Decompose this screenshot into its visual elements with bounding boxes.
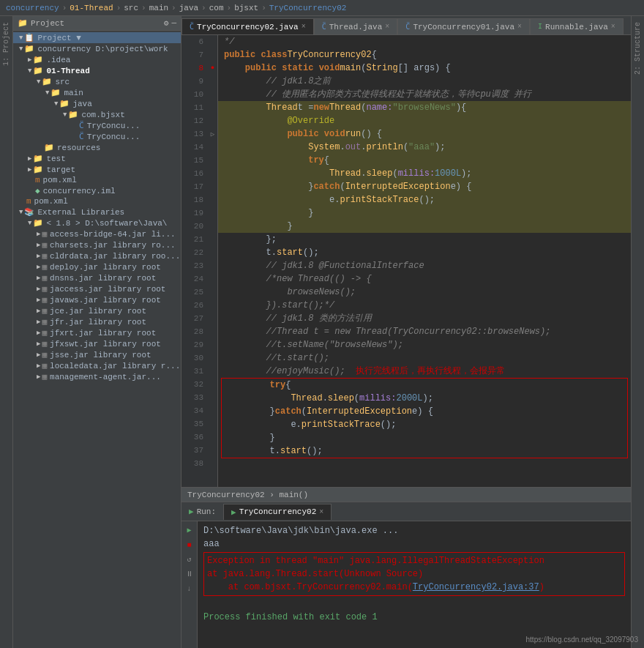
- line-num-32: 32: [181, 378, 208, 391]
- run-rerun-button[interactable]: ↺: [184, 554, 195, 565]
- code-line-24: /*new Thread(() -> {: [218, 272, 631, 286]
- status-right: main(): [279, 491, 308, 499]
- jar-icon: ▦: [42, 273, 47, 283]
- arrow-icon: [54, 100, 58, 108]
- arrow-icon: [37, 373, 40, 381]
- close-icon[interactable]: ×: [385, 23, 389, 31]
- project-tab[interactable]: 1: Project: [1, 19, 12, 69]
- breadcrumb-com: com: [209, 4, 224, 12]
- folder-icon-orange: 📁: [33, 165, 43, 174]
- tree-item-combjsxt[interactable]: 📁 com.bjsxt: [13, 109, 181, 120]
- tree-item-jar-mgmt[interactable]: ▦ management-agent.jar...: [13, 371, 181, 382]
- tree-item-idea[interactable]: 📁 .idea: [13, 54, 181, 65]
- java-file-icon: C̈: [79, 132, 84, 141]
- tree-item-target[interactable]: 📁 target: [13, 164, 181, 175]
- tree-item-jar-jfr[interactable]: ▦ jfr.jar library root: [13, 316, 181, 327]
- tab-thread[interactable]: C̈ Thread.java ×: [314, 18, 398, 34]
- folder-icon: 📁: [33, 55, 43, 64]
- folder-icon: 📁: [68, 110, 78, 119]
- gear-icon[interactable]: ⚙: [164, 18, 169, 28]
- error-link[interactable]: TryConcurrency02.java:37: [413, 582, 539, 592]
- arrow-icon: [28, 56, 31, 64]
- line-num-10: 10: [181, 88, 208, 101]
- tree-item-extlibs[interactable]: 📚 External Libraries: [13, 206, 181, 217]
- jar-icon: ▦: [42, 251, 47, 261]
- gutter: ● ▷: [208, 35, 218, 487]
- iml-icon: ◆: [35, 186, 40, 195]
- code-line-30: //t.start();: [218, 351, 631, 365]
- tree-item-jar-access[interactable]: ▦ access-bridge-64.jar li...: [13, 228, 181, 239]
- tree-item-jar-deploy[interactable]: ▦ deploy.jar library root: [13, 261, 181, 272]
- tree-item-jar-cldr[interactable]: ▦ cldrdata.jar library roo...: [13, 250, 181, 261]
- arrow-icon: [45, 89, 49, 97]
- tree-item-jar-charsets[interactable]: ▦ charsets.jar library ro...: [13, 239, 181, 250]
- tree-item-pom[interactable]: m pom.xml: [13, 196, 181, 206]
- tree-item-jar-dnsns[interactable]: ▦ dnsns.jar library root: [13, 272, 181, 283]
- java-icon: C̈: [322, 23, 326, 31]
- tree-item-01thread[interactable]: 📁 01-Thread: [13, 65, 181, 76]
- tree-item-tryconcurrency01[interactable]: C̈ TryConcu...: [13, 131, 181, 142]
- jar-icon: ▦: [42, 284, 47, 294]
- close-icon[interactable]: ×: [319, 508, 323, 516]
- line-num-29: 29: [181, 338, 208, 351]
- code-line-17: } catch (InterruptedException e) {: [218, 180, 631, 193]
- jar-icon: ▦: [42, 328, 47, 338]
- tree-item-jar-javaws[interactable]: ▦ javaws.jar library root: [13, 294, 181, 305]
- run-tab-config[interactable]: ▶ TryConcurrency02 ×: [223, 504, 332, 520]
- close-icon[interactable]: ×: [302, 23, 306, 31]
- tree-item-jar-jfxswt[interactable]: ▦ jfxswt.jar library root: [13, 338, 181, 349]
- tree-item-jar-jce[interactable]: ▦ jce.jar library root: [13, 305, 181, 316]
- arrow-icon: [28, 154, 31, 163]
- tree-item-tryconcurrency02[interactable]: C̈ TryConcu...: [13, 120, 181, 131]
- tree-item-jar-jsse[interactable]: ▦ jsse.jar library root: [13, 349, 181, 360]
- tab-tryconcurrency02[interactable]: C̈ TryConcurrency02.java ×: [181, 18, 314, 34]
- arrow-icon: [28, 67, 31, 75]
- tree-item-main[interactable]: 📁 main: [13, 87, 181, 98]
- jar-icon: ▦: [42, 262, 47, 272]
- collapse-icon[interactable]: —: [171, 18, 176, 28]
- tree-item-test[interactable]: 📁 test: [13, 153, 181, 164]
- folder-icon: 📁: [44, 143, 54, 152]
- line-num-20: 20: [181, 220, 208, 233]
- tree-item-resources[interactable]: 📁 resources: [13, 142, 181, 153]
- folder-icon: 📚: [24, 207, 34, 217]
- code-line-16: Thread.sleep( millis: 1000L);: [218, 167, 631, 180]
- arrow-icon: [37, 318, 40, 326]
- line-num-19: 19: [181, 206, 208, 220]
- jar-icon: ▦: [42, 372, 47, 381]
- tree-item-jar-localedata[interactable]: ▦ localedata.jar library r...: [13, 360, 181, 371]
- run-stop-button[interactable]: ■: [184, 539, 195, 551]
- structure-tab[interactable]: 2: Structure: [632, 19, 643, 78]
- tree-item-java[interactable]: 📁 java: [13, 98, 181, 109]
- close-icon[interactable]: ×: [517, 23, 522, 31]
- close-icon[interactable]: ×: [611, 23, 615, 31]
- breakpoint-indicator[interactable]: ●: [208, 62, 217, 75]
- code-line-6: */: [218, 35, 631, 48]
- tree-item-pomxml[interactable]: m pom.xml: [13, 175, 181, 185]
- run-play-button[interactable]: ▶: [184, 524, 195, 536]
- tree-item-project[interactable]: 📋 Project ▼: [13, 32, 181, 43]
- tree-item-jdk[interactable]: 📁 < 1.8 > D:\software\Java\: [13, 217, 181, 228]
- tree-item-concurrency[interactable]: 📁 concurrency D:\project\work: [13, 43, 181, 54]
- jar-icon: ▦: [42, 361, 47, 370]
- code-line-32: try {: [222, 379, 627, 392]
- code-line-7: public class TryConcurrency02 {: [218, 48, 631, 62]
- line-num-36: 36: [181, 431, 208, 444]
- tree-item-src[interactable]: 📁 src: [13, 76, 181, 87]
- tree-item-jar-jaccess[interactable]: ▦ jaccess.jar library root: [13, 283, 181, 294]
- jar-icon: ▦: [42, 339, 47, 349]
- tab-tryconcurrency01[interactable]: C̈ TryConcurrency01.java ×: [397, 18, 530, 34]
- jar-icon: ▦: [42, 350, 47, 360]
- run-config-icon: ▶: [231, 507, 236, 517]
- code-line-26: }).start();*/: [218, 299, 631, 312]
- tree-item-iml[interactable]: ◆ concurrency.iml: [13, 185, 181, 196]
- code-line-9: // jdk1.8之前: [218, 75, 631, 88]
- arrow-icon: [37, 329, 40, 337]
- run-scroll-button[interactable]: ↓: [184, 583, 195, 595]
- tab-runnable[interactable]: I Runnable.java ×: [530, 18, 624, 34]
- folder-icon: 📁: [33, 66, 43, 75]
- run-output-line-7: Process finished with exit code 1: [203, 611, 625, 624]
- run-pause-button[interactable]: ⏸: [184, 568, 195, 580]
- code-line-35: e.printStackTrace();: [222, 418, 627, 431]
- tree-item-jar-jfxrt[interactable]: ▦ jfxrt.jar library root: [13, 327, 181, 338]
